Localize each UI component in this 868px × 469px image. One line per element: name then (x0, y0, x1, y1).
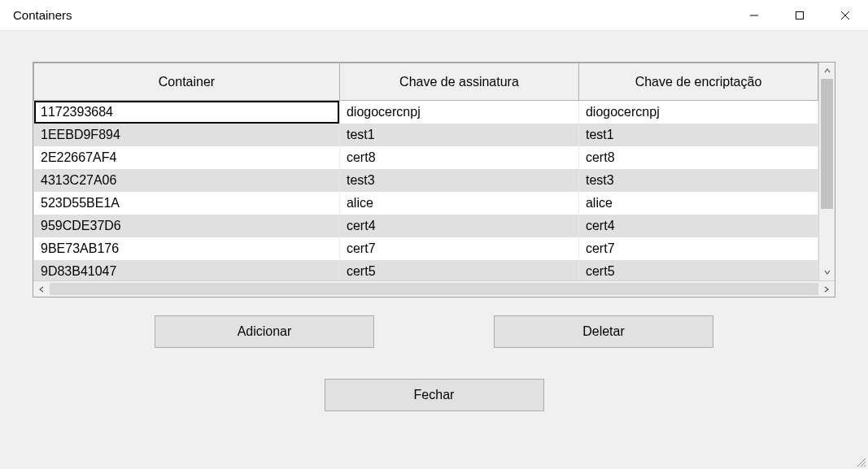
svg-rect-1 (796, 11, 804, 19)
add-button[interactable]: Adicionar (155, 315, 374, 348)
cell-sign-key[interactable]: cert5 (339, 260, 578, 281)
cell-container[interactable]: 1EEBD9F894 (34, 124, 340, 146)
vertical-scrollbar[interactable] (818, 63, 835, 280)
chevron-down-icon (824, 270, 831, 275)
close-icon (840, 10, 851, 21)
cell-container[interactable]: 4313C27A06 (34, 169, 340, 192)
cell-sign-key[interactable]: cert8 (339, 146, 578, 169)
maximize-button[interactable] (777, 0, 822, 30)
scroll-right-arrow[interactable] (818, 281, 835, 297)
table-row[interactable]: 959CDE37D6cert4cert4 (34, 215, 818, 237)
col-header-container[interactable]: Container (34, 63, 340, 101)
cell-enc-key[interactable]: test3 (578, 169, 818, 192)
cell-sign-key[interactable]: test3 (339, 169, 578, 192)
table-row[interactable]: 1172393684diogocercnpjdiogocercnpj (34, 101, 818, 124)
window-title: Containers (13, 8, 72, 22)
titlebar[interactable]: Containers (0, 0, 868, 31)
close-button[interactable]: Fechar (325, 379, 544, 411)
col-header-sign-key[interactable]: Chave de assinatura (339, 63, 578, 101)
content-area: Container Chave de assinatura Chave de e… (0, 31, 868, 469)
minimize-button[interactable] (731, 0, 777, 30)
cell-container[interactable]: 9D83B41047 (34, 260, 340, 281)
resize-grip-icon (855, 456, 866, 467)
table-row[interactable]: 4313C27A06test3test3 (34, 169, 818, 192)
cell-container[interactable]: 2E22667AF4 (34, 146, 340, 169)
cell-enc-key[interactable]: cert5 (578, 260, 818, 281)
containers-table-wrapper: Container Chave de assinatura Chave de e… (33, 62, 835, 297)
table-row[interactable]: 9D83B41047cert5cert5 (34, 260, 818, 281)
table-header-row: Container Chave de assinatura Chave de e… (34, 63, 818, 101)
cell-sign-key[interactable]: cert4 (339, 215, 578, 237)
table-row[interactable]: 2E22667AF4cert8cert8 (34, 146, 818, 169)
cell-container[interactable]: 1172393684 (34, 101, 340, 124)
col-header-enc-key[interactable]: Chave de encriptação (578, 63, 818, 101)
scroll-up-arrow[interactable] (819, 63, 835, 79)
cell-sign-key[interactable]: alice (339, 192, 578, 215)
resize-grip[interactable] (855, 456, 866, 467)
cell-enc-key[interactable]: diogocercnpj (578, 101, 818, 124)
action-button-row: Adicionar Deletar (33, 297, 835, 348)
close-window-button[interactable] (822, 0, 868, 30)
window-controls (731, 0, 868, 30)
close-button-row: Fechar (33, 348, 835, 411)
delete-button[interactable]: Deletar (494, 315, 713, 348)
cell-sign-key[interactable]: diogocercnpj (339, 101, 578, 124)
chevron-right-icon (824, 286, 829, 293)
cell-sign-key[interactable]: cert7 (339, 237, 578, 260)
scroll-down-arrow[interactable] (819, 264, 835, 280)
cell-sign-key[interactable]: test1 (339, 124, 578, 146)
cell-container[interactable]: 523D55BE1A (34, 192, 340, 215)
table-row[interactable]: 523D55BE1Aalicealice (34, 192, 818, 215)
minimize-icon (749, 11, 759, 20)
cell-enc-key[interactable]: test1 (578, 124, 818, 146)
cell-container[interactable]: 9BE73AB176 (34, 237, 340, 260)
cell-container[interactable]: 959CDE37D6 (34, 215, 340, 237)
cell-enc-key[interactable]: cert7 (578, 237, 818, 260)
svg-line-6 (864, 465, 866, 467)
cell-enc-key[interactable]: cert8 (578, 146, 818, 169)
maximize-icon (795, 11, 805, 20)
containers-table[interactable]: Container Chave de assinatura Chave de e… (33, 63, 818, 280)
cell-enc-key[interactable]: alice (578, 192, 818, 215)
cell-enc-key[interactable]: cert4 (578, 215, 818, 237)
table-row[interactable]: 9BE73AB176cert7cert7 (34, 237, 818, 260)
chevron-left-icon (39, 286, 44, 293)
horizontal-scrollbar[interactable] (33, 280, 835, 297)
vertical-scrollbar-thumb[interactable] (821, 79, 833, 209)
scroll-left-arrow[interactable] (33, 281, 50, 297)
chevron-up-icon (824, 68, 831, 73)
table-row[interactable]: 1EEBD9F894test1test1 (34, 124, 818, 146)
horizontal-scrollbar-track[interactable] (50, 283, 818, 295)
